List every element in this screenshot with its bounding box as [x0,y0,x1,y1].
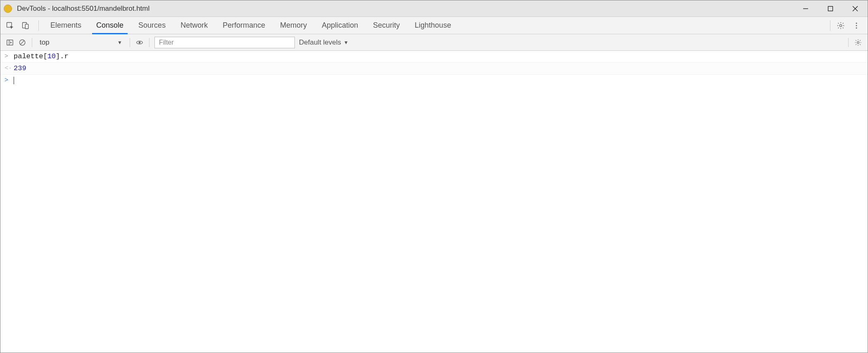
settings-button[interactable] [834,19,848,33]
console-input-expression: palette[10].r [14,52,863,61]
svg-point-15 [139,41,141,43]
svg-line-14 [21,40,24,44]
prompt-marker: > [5,76,14,85]
console-output-row: <· 239 [0,63,868,75]
tab-application[interactable]: Application [314,17,365,34]
tabbar-divider [38,20,39,31]
svg-point-9 [856,25,857,26]
gear-icon [837,21,845,30]
device-icon [21,21,30,30]
device-toolbar-button[interactable] [19,19,33,33]
devtools-favicon [4,5,12,13]
sidebar-icon [6,39,14,46]
maximize-button[interactable] [818,0,843,17]
svg-rect-6 [25,24,28,28]
svg-rect-1 [828,6,833,11]
text-cursor [14,77,14,84]
tab-security[interactable]: Security [365,17,407,34]
svg-point-8 [856,22,857,24]
main-tabbar: Elements Console Sources Network Perform… [0,17,868,34]
inspect-icon [6,21,14,30]
inspect-element-button[interactable] [3,19,17,33]
gear-icon [854,39,862,46]
ctoolbar-divider-4 [848,38,849,47]
dropdown-triangle-icon: ▼ [344,40,349,45]
close-button[interactable] [843,0,868,17]
tabbar-right-divider [830,20,830,31]
svg-point-7 [840,24,842,26]
eye-icon [136,39,143,46]
svg-point-16 [857,41,859,43]
toggle-sidebar-button[interactable] [4,36,16,49]
window-controls [793,0,868,17]
tab-elements[interactable]: Elements [43,17,89,34]
output-marker: <· [5,64,14,73]
input-marker: > [5,52,14,61]
ctoolbar-divider-2 [130,38,130,47]
tabbar-right [827,19,865,33]
execution-context-label: top [40,38,50,47]
console-output-value: 239 [14,64,863,73]
clear-console-button[interactable] [16,36,28,49]
clear-icon [19,39,26,46]
svg-rect-11 [7,40,13,45]
tab-memory[interactable]: Memory [273,17,314,34]
main-tabs: Elements Console Sources Network Perform… [43,17,827,34]
kebab-icon [852,21,861,30]
tab-sources[interactable]: Sources [131,17,173,34]
more-button[interactable] [849,19,863,33]
close-icon [852,6,858,12]
execution-context-selector[interactable]: top ▼ [36,38,126,47]
svg-point-10 [856,27,857,28]
live-expression-button[interactable] [133,36,146,49]
tab-network[interactable]: Network [173,17,215,34]
ctoolbar-divider-3 [149,38,149,47]
dropdown-triangle-icon: ▼ [117,40,122,45]
tab-performance[interactable]: Performance [215,17,273,34]
minimize-icon [803,6,809,12]
tab-console[interactable]: Console [89,17,131,34]
console-prompt-input[interactable] [14,76,863,85]
tab-lighthouse[interactable]: Lighthouse [407,17,458,34]
window-title: DevTools - localhost:5501/mandelbrot.htm… [17,5,793,13]
maximize-icon [828,6,833,12]
console-input-row: > palette[10].r [0,51,868,63]
log-levels-selector[interactable]: Default levels ▼ [299,38,349,47]
console-toolbar: top ▼ Default levels ▼ [0,34,868,51]
console-body[interactable]: > palette[10].r <· 239 > [0,51,868,353]
console-settings-button[interactable] [852,36,864,49]
titlebar: DevTools - localhost:5501/mandelbrot.htm… [0,0,868,17]
filter-input[interactable] [154,37,295,48]
devtools-window: DevTools - localhost:5501/mandelbrot.htm… [0,0,868,353]
console-prompt-row[interactable]: > [0,75,868,86]
ctoolbar-divider-1 [32,38,32,47]
minimize-button[interactable] [793,0,818,17]
log-levels-label: Default levels [299,38,341,47]
